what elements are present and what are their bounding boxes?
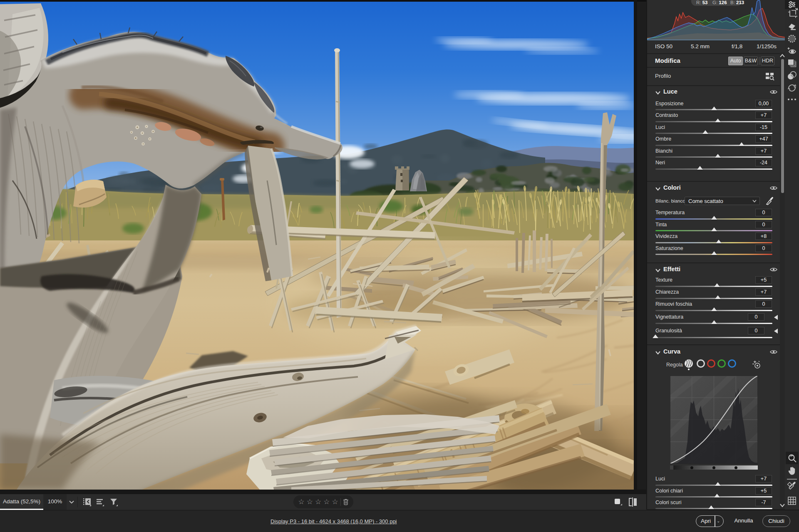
svg-text:R: 53: R: 53 [696, 0, 708, 5]
svg-text:B: 213: B: 213 [730, 0, 744, 5]
svg-text:G: 126: G: 126 [712, 0, 727, 5]
